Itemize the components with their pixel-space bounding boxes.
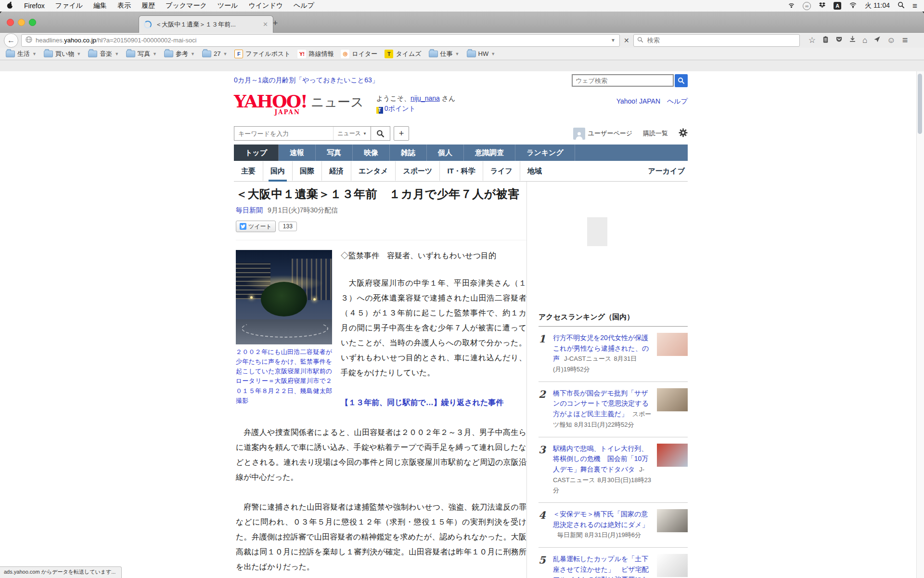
ranking-thumbnail[interactable] xyxy=(657,388,688,411)
nav-tab[interactable]: 写真 xyxy=(316,144,353,161)
reading-list-icon[interactable] xyxy=(822,36,829,45)
menubar-clock[interactable]: 火 11:04 xyxy=(865,1,890,10)
home-icon[interactable]: ⌂ xyxy=(862,36,867,44)
bookmark-item[interactable]: 参考 ▼ xyxy=(164,50,195,58)
browser-search-input[interactable] xyxy=(646,36,796,44)
tab-close-icon[interactable]: ✕ xyxy=(263,21,268,28)
menubar-item[interactable]: 履歴 xyxy=(141,1,155,10)
menubar-item[interactable]: ブックマーク xyxy=(166,1,207,10)
browser-tab[interactable]: ＜大阪中１遺棄＞１３年前... ✕ xyxy=(139,15,273,33)
web-search-input[interactable] xyxy=(572,74,674,87)
input-source-icon[interactable]: A xyxy=(834,2,841,10)
search-scope-selector[interactable]: ニュース▼ xyxy=(333,127,371,140)
article-photo[interactable] xyxy=(236,250,332,344)
ranking-thumbnail[interactable] xyxy=(657,444,688,467)
downloads-icon[interactable] xyxy=(849,36,856,45)
menubar-item[interactable]: 編集 xyxy=(93,1,107,10)
menubar-item[interactable]: 表示 xyxy=(117,1,131,10)
apple-menu-icon[interactable] xyxy=(7,1,13,11)
bookmark-item[interactable]: T タイムズ ▼ xyxy=(385,50,421,58)
subnav-item[interactable]: ライフ xyxy=(483,161,520,181)
folder-icon xyxy=(88,51,97,57)
zoom-window-button[interactable] xyxy=(29,19,36,26)
web-search-button[interactable] xyxy=(675,74,688,87)
ranking-thumbnail[interactable] xyxy=(657,554,688,577)
bookmark-item[interactable]: ◎ ロイター ▼ xyxy=(341,50,377,58)
signal-icon[interactable] xyxy=(788,2,795,10)
bookmark-item[interactable]: 生活 ▼ xyxy=(6,50,37,58)
nav-tab[interactable]: 個人 xyxy=(427,144,464,161)
subnav-item[interactable]: 国際 xyxy=(293,161,322,181)
ranking-link[interactable]: 乱暴運転したカップルを「土下座させて泣かせた」 ピザ宅配アルバイトの行動は強要罪… xyxy=(553,555,649,578)
spotlight-icon[interactable] xyxy=(898,1,905,10)
ranking-date: 8月31日(月)19時6分 xyxy=(585,531,641,539)
yahoo-news-logo[interactable]: YAHOO!JAPAN ニュース xyxy=(234,92,364,110)
tweet-button[interactable]: ツイート xyxy=(236,221,276,232)
gear-icon[interactable] xyxy=(679,128,688,139)
nav-tab[interactable]: トップ xyxy=(234,144,279,161)
back-button[interactable]: ← xyxy=(4,33,18,48)
ranking-thumbnail[interactable] xyxy=(657,333,688,356)
stop-button[interactable]: ✕ xyxy=(623,37,630,44)
subnav-item[interactable]: 主要 xyxy=(234,161,263,181)
keyword-search-field[interactable]: ニュース▼ xyxy=(234,126,371,141)
menubar-item[interactable]: ファイル xyxy=(55,1,83,10)
hello-smiley-icon[interactable]: ☺ xyxy=(887,36,895,44)
help-link[interactable]: ヘルプ xyxy=(667,97,688,106)
share-icon[interactable] xyxy=(873,36,881,45)
notification-center-icon[interactable]: ≡ xyxy=(912,2,917,10)
new-tab-button[interactable]: + xyxy=(270,18,281,28)
scrollbar-thumb[interactable] xyxy=(918,74,922,134)
bookmark-item[interactable]: 27 ▼ xyxy=(202,50,227,57)
source-link[interactable]: 毎日新聞 xyxy=(236,206,263,214)
url-dropdown-icon[interactable]: ▼ xyxy=(611,38,616,43)
bookmark-item[interactable]: Y! 路線情報 ▼ xyxy=(297,50,334,58)
subnav-item[interactable]: IT・科学 xyxy=(440,161,483,181)
top-ad-link[interactable]: 0カ月～1歳の月齢別「やっておきたいこと63」 xyxy=(234,76,379,85)
close-window-button[interactable] xyxy=(7,19,14,26)
bookmark-item[interactable]: 写真 ▼ xyxy=(126,50,157,58)
nav-tab[interactable]: ランキング xyxy=(515,144,575,161)
menu-hamburger-icon[interactable]: ≡ xyxy=(902,35,908,46)
pocket-icon[interactable] xyxy=(835,36,843,45)
creative-cloud-icon[interactable]: ∞ xyxy=(803,2,811,10)
nav-tab[interactable]: 雑誌 xyxy=(390,144,427,161)
bookmark-item[interactable]: 仕事 ▼ xyxy=(429,50,460,58)
bookmark-item[interactable]: F ファイルポスト ▼ xyxy=(234,50,290,58)
ranking-thumbnail[interactable] xyxy=(657,509,688,532)
bookmark-item[interactable]: 音楽 ▼ xyxy=(88,50,119,58)
subscriptions-link[interactable]: 購読一覧 xyxy=(643,129,668,138)
dropbox-icon[interactable] xyxy=(819,2,826,10)
subnav-item[interactable]: スポーツ xyxy=(396,161,440,181)
folder-icon xyxy=(467,51,476,57)
archive-link[interactable]: アーカイブ xyxy=(648,167,688,176)
menubar-item[interactable]: ヘルプ xyxy=(294,1,314,10)
subnav-item[interactable]: 国内 xyxy=(263,161,293,181)
add-search-button[interactable]: + xyxy=(394,126,409,141)
bookmark-star-icon[interactable]: ☆ xyxy=(808,36,816,44)
page-scrollbar[interactable] xyxy=(916,71,924,578)
menubar-item[interactable]: ツール xyxy=(218,1,238,10)
news-search-button[interactable] xyxy=(371,126,390,141)
ranking-link[interactable]: ＜安保デモ＞橋下氏「国家の意思決定されるのは絶対にダメ」 xyxy=(553,510,649,528)
nav-tab[interactable]: 映像 xyxy=(353,144,390,161)
bookmark-item[interactable]: HW ▼ xyxy=(467,50,496,57)
points-link[interactable]: 0ポイント xyxy=(385,105,416,112)
username-link[interactable]: niju_nana xyxy=(411,94,440,102)
nav-tab[interactable]: 意識調査 xyxy=(464,144,515,161)
ranking-link[interactable]: 駅構内で悲鳴、トイレ大行列、将棋倒しの危機 国会前「10万人デモ」舞台裏でドタバ… xyxy=(553,445,648,473)
menubar-item[interactable]: Firefox xyxy=(24,2,45,10)
nav-tab[interactable]: 速報 xyxy=(279,144,316,161)
bookmark-item[interactable]: 買い物 ▼ xyxy=(44,50,81,58)
keyword-search-input[interactable] xyxy=(234,130,333,137)
url-bar[interactable]: headlines.yahoo.co.jp/hl?a=20150901-0000… xyxy=(21,34,620,47)
userpage-link[interactable]: ユーザーページ xyxy=(573,128,632,140)
subnav-item[interactable]: 地域 xyxy=(520,161,549,181)
menubar-item[interactable]: ウインドウ xyxy=(248,1,283,10)
subnav-item[interactable]: 経済 xyxy=(322,161,351,181)
minimize-window-button[interactable] xyxy=(18,19,25,26)
wifi-icon[interactable] xyxy=(849,2,857,10)
browser-search-field[interactable] xyxy=(633,34,800,47)
yahoo-japan-link[interactable]: Yahoo! JAPAN xyxy=(616,97,660,106)
subnav-item[interactable]: エンタメ xyxy=(351,161,396,181)
